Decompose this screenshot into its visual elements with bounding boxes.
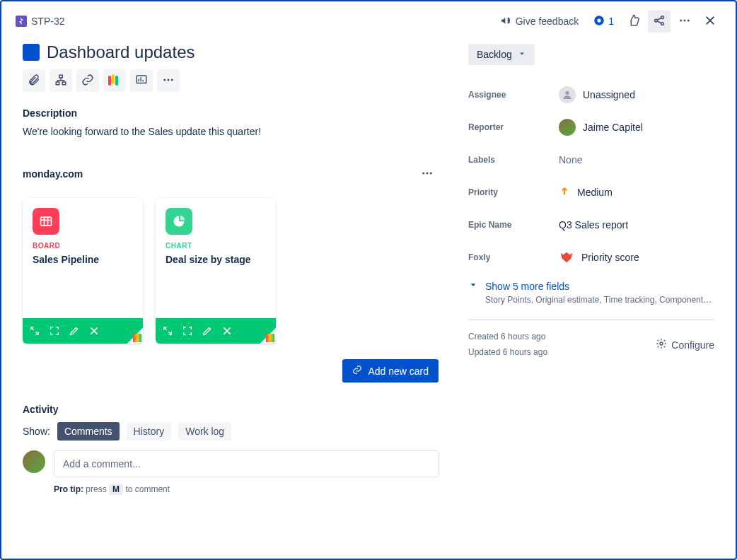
add-child-button[interactable] [50, 69, 72, 92]
monday-app-button[interactable] [103, 69, 126, 92]
activity-label: Activity [23, 404, 439, 415]
right-pane: Backlog Assignee Unassigned Reporter Jai… [454, 37, 736, 559]
status-dropdown[interactable]: Backlog [468, 44, 535, 65]
thumbs-up-icon [627, 14, 640, 29]
dashboard-icon [135, 74, 148, 88]
issue-key-link[interactable]: STP-32 [31, 16, 64, 27]
share-icon [653, 14, 666, 29]
more-actions-button[interactable] [673, 10, 696, 33]
field-priority[interactable]: Priority Medium [468, 178, 714, 206]
gear-icon [656, 338, 667, 351]
divider [468, 319, 714, 320]
tab-history[interactable]: History [127, 422, 172, 441]
field-labels[interactable]: Labels None [468, 146, 714, 174]
comment-row: Add a comment... [23, 450, 439, 477]
content-toolbar [23, 69, 439, 92]
card-footer [23, 318, 143, 344]
delete-icon[interactable] [88, 325, 100, 337]
fullscreen-icon[interactable] [181, 325, 194, 337]
priority-medium-icon [559, 185, 570, 199]
issue-title[interactable]: Dashboard updates [47, 42, 195, 62]
svg-rect-21 [41, 217, 52, 226]
edit-icon[interactable] [201, 325, 214, 337]
svg-point-1 [598, 18, 601, 22]
more-icon [162, 74, 175, 88]
show-more-fields-button[interactable]: Show 5 more fields [468, 280, 714, 292]
share-button[interactable] [648, 10, 671, 33]
svg-rect-10 [62, 82, 66, 85]
monday-cards-row: BOARD Sales Pipeline [23, 198, 439, 344]
title-row: Dashboard updates [23, 42, 439, 62]
svg-point-20 [430, 172, 432, 174]
configure-button[interactable]: Configure [656, 338, 714, 351]
chevron-down-icon [518, 49, 526, 60]
monday-card-chart[interactable]: CHART Deal size by stage [156, 198, 276, 344]
svg-point-22 [565, 91, 569, 95]
description-text[interactable]: We're looking forward to the Sales updat… [23, 126, 439, 137]
eye-icon [593, 14, 605, 29]
board-icon [33, 208, 59, 235]
foxly-icon [559, 250, 574, 265]
link-icon [352, 365, 362, 377]
monday-section-title: monday.com [23, 168, 416, 180]
keyboard-key-badge: M [109, 484, 123, 495]
hierarchy-icon [54, 74, 67, 88]
svg-point-6 [684, 19, 686, 21]
tab-worklog[interactable]: Work log [178, 422, 231, 441]
field-reporter[interactable]: Reporter Jaime Capitel [468, 113, 714, 141]
delete-icon[interactable] [221, 325, 233, 337]
link-issue-button[interactable] [76, 69, 99, 92]
monday-corner-icon [260, 328, 276, 344]
attach-button[interactable] [23, 69, 45, 92]
field-epic-name[interactable]: Epic Name Q3 Sales report [468, 211, 714, 239]
toolbar-more-button[interactable] [157, 69, 180, 92]
svg-point-23 [660, 342, 663, 345]
watchers-button[interactable]: 1 [587, 10, 620, 33]
monday-corner-icon [127, 328, 143, 344]
modal-header: STP-32 Give feedback 1 [1, 1, 736, 37]
edit-icon[interactable] [68, 325, 81, 337]
user-avatar [23, 450, 45, 473]
dashboard-app-button[interactable] [130, 69, 153, 92]
updated-timestamp: Updated 6 hours ago [468, 345, 656, 361]
tab-comments[interactable]: Comments [57, 422, 120, 441]
field-foxly[interactable]: Foxly Priority score [468, 243, 714, 272]
close-icon [704, 14, 716, 29]
reporter-avatar [559, 119, 576, 136]
expand-icon[interactable] [28, 325, 41, 337]
link-icon [81, 74, 94, 88]
modal-body: Dashboard updates [1, 37, 736, 559]
card-type-label: BOARD [33, 242, 133, 250]
chevron-down-icon [468, 280, 478, 292]
field-assignee[interactable]: Assignee Unassigned [468, 81, 714, 109]
monday-section-header: monday.com [23, 163, 439, 185]
left-pane: Dashboard updates [1, 37, 454, 559]
svg-point-16 [168, 78, 170, 81]
fullscreen-icon[interactable] [48, 325, 61, 337]
more-icon [421, 167, 434, 182]
monday-more-button[interactable] [416, 163, 439, 185]
protip-text: Pro tip: press M to comment [54, 484, 439, 494]
monday-card-board[interactable]: BOARD Sales Pipeline [23, 198, 143, 344]
svg-point-5 [680, 19, 682, 21]
description-label: Description [23, 107, 439, 119]
svg-point-15 [163, 78, 166, 81]
card-title: Sales Pipeline [33, 254, 133, 265]
show-more-subtext: Story Points, Original estimate, Time tr… [485, 295, 714, 305]
like-button[interactable] [622, 10, 645, 33]
unassigned-avatar-icon [559, 86, 576, 103]
issue-modal: STP-32 Give feedback 1 [0, 0, 737, 560]
close-button[interactable] [699, 10, 721, 33]
activity-tabs-row: Show: Comments History Work log [23, 422, 439, 441]
expand-icon[interactable] [161, 325, 174, 337]
svg-rect-9 [56, 82, 59, 85]
add-new-card-button[interactable]: Add new card [342, 359, 439, 383]
svg-point-19 [426, 172, 429, 174]
megaphone-icon [500, 15, 511, 28]
breadcrumb: STP-32 [16, 16, 494, 27]
svg-point-7 [687, 19, 690, 21]
svg-point-18 [422, 172, 424, 174]
comment-input[interactable]: Add a comment... [54, 450, 439, 477]
give-feedback-button[interactable]: Give feedback [494, 10, 585, 33]
epic-color-swatch[interactable] [23, 44, 40, 61]
